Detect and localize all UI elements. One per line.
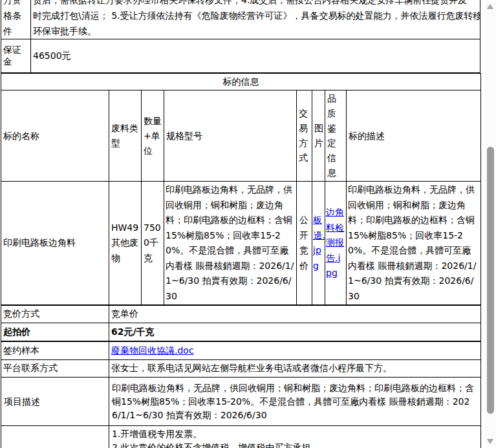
- cell-quality-info: 边角料检测报告.jpg: [325, 182, 347, 306]
- deposit-value: 46500元: [31, 39, 480, 73]
- qualification-row: 方资 格条 件 货后，需依据转让方要求办理市相关环保转移文件；4.成交后，需按公…: [1, 0, 480, 39]
- qualification-text-line: 环保审批手续。: [33, 23, 478, 39]
- qualification-value-cell: 货后，需依据转让方要求办理市相关环保转移文件；4.成交后，需按公告内容相关规定安…: [31, 0, 480, 39]
- qualification-label-line: 件: [3, 23, 28, 39]
- contract-sample-cell: 廢棄物回收協議.doc: [109, 341, 481, 360]
- quality-report-link[interactable]: 边角料检测报告.jpg: [326, 207, 344, 278]
- bidding-mode-label: 竞价方式: [1, 305, 109, 323]
- scroll-up-arrow-icon[interactable]: [487, 4, 493, 9]
- target-info-table: 标的信息 标的名称 废料类型 数量+单位 规格型号 交易方式 图片 品质鉴定信息…: [1, 73, 481, 448]
- notes-row: 注意 1.开增值税专用发票。 2.此次竞价的价格不含增值税，增值税由买方承担。 …: [1, 426, 481, 448]
- qualification-table: 方资 格条 件 货后，需依据转让方要求办理市相关环保转移文件；4.成交后，需按公…: [1, 0, 480, 73]
- starting-price-label: 起拍价: [1, 323, 109, 342]
- qualification-text-line: 时完成打包\清运； 5.受让方须依法持有《危险废物经营许可证》，具备交易标的处置…: [33, 8, 478, 23]
- header-image: 图片: [312, 91, 325, 182]
- deposit-label: 保证金: [1, 39, 31, 73]
- contract-sample-label: 签约样本: [1, 341, 109, 360]
- cell-quantity: 7500千克: [142, 182, 164, 306]
- cell-trade-mode: 公开竞价: [297, 182, 312, 306]
- cell-image: 板邊.jpg: [312, 182, 325, 306]
- project-desc-value: 印刷电路板边角料，无品牌，供回收铜用；铜和树脂；废边角料；印刷电路板的边框料；含…: [109, 378, 481, 426]
- header-target-name: 标的名称: [1, 91, 109, 182]
- notes-label: 注意: [1, 426, 109, 448]
- cell-target-name: 印刷电路板边角料: [1, 182, 109, 306]
- note-item: 2.此次竞价的价格不含增值税，增值税由买方承担。: [112, 441, 478, 448]
- vertical-scrollbar[interactable]: [485, 0, 496, 448]
- header-quality-info: 品质鉴定信息: [325, 91, 347, 182]
- cell-waste-type: HW49其他废物: [109, 182, 142, 306]
- starting-price-value: 62元/千克: [109, 323, 481, 342]
- contract-doc-link[interactable]: 廢棄物回收協議.doc: [111, 345, 194, 356]
- header-trade-mode: 交易方式: [297, 91, 312, 182]
- deposit-row: 保证金 46500元: [1, 39, 480, 73]
- target-section-title-row: 标的信息: [1, 74, 481, 91]
- notes-cell: 1.开增值税专用发票。 2.此次竞价的价格不含增值税，增值税由买方承担。 3.意…: [109, 426, 481, 448]
- header-description: 标的描述: [347, 91, 481, 182]
- image-file-link[interactable]: 板邊.jpg: [313, 215, 325, 271]
- header-quantity: 数量+单位: [142, 91, 164, 182]
- header-spec: 规格型号: [164, 91, 297, 182]
- platform-contact-label: 平台联系方式: [1, 360, 109, 378]
- platform-contact-row: 平台联系方式 张女士，联系电话见网站左侧导航栏业务电话或者微信小程序最下方。: [1, 360, 481, 378]
- qualification-label-line: 格条: [3, 8, 28, 23]
- qualification-label-cell: 方资 格条 件: [1, 0, 31, 39]
- cell-spec: 印刷电路板边角料，无品牌，供回收铜用；铜和树脂；废边角料；印刷电路板的边框料；含…: [164, 182, 297, 306]
- note-item: 1.开增值税专用发票。: [112, 427, 478, 441]
- cell-description: 印刷电路板边角料，无品牌，供回收铜用；铜和树脂；废边角料；印刷电路板的边框料；含…: [347, 182, 481, 306]
- project-desc-label: 项目描述: [1, 378, 109, 426]
- platform-contact-value: 张女士，联系电话见网站左侧导航栏业务电话或者微信小程序最下方。: [109, 360, 481, 378]
- header-waste-type: 废料类型: [109, 91, 142, 182]
- auction-detail-page: 方资 格条 件 货后，需依据转让方要求办理市相关环保转移文件；4.成交后，需按公…: [1, 0, 481, 448]
- starting-price-row: 起拍价 62元/千克: [1, 323, 481, 342]
- target-data-row: 印刷电路板边角料 HW49其他废物 7500千克 印刷电路板边角料，无品牌，供回…: [1, 182, 481, 306]
- qualification-label: 方资 格条 件: [3, 0, 28, 39]
- scrollbar-thumb[interactable]: [487, 147, 494, 414]
- target-section-title: 标的信息: [1, 74, 481, 91]
- qualification-text-line: 货后，需依据转让方要求办理市相关环保转移文件；4.成交后，需按公告内容相关规定安…: [33, 0, 478, 8]
- qualification-text: 货后，需依据转让方要求办理市相关环保转移文件；4.成交后，需按公告内容相关规定安…: [33, 0, 478, 39]
- scroll-down-arrow-icon[interactable]: [487, 439, 493, 444]
- contract-sample-row: 签约样本 廢棄物回收協議.doc: [1, 341, 481, 360]
- bidding-mode-value: 竞单价: [109, 305, 481, 323]
- bidding-mode-row: 竞价方式 竞单价: [1, 305, 481, 323]
- target-header-row: 标的名称 废料类型 数量+单位 规格型号 交易方式 图片 品质鉴定信息 标的描述: [1, 91, 481, 182]
- project-desc-row: 项目描述 印刷电路板边角料，无品牌，供回收铜用；铜和树脂；废边角料；印刷电路板的…: [1, 378, 481, 426]
- qualification-label-line: 方资: [3, 0, 28, 8]
